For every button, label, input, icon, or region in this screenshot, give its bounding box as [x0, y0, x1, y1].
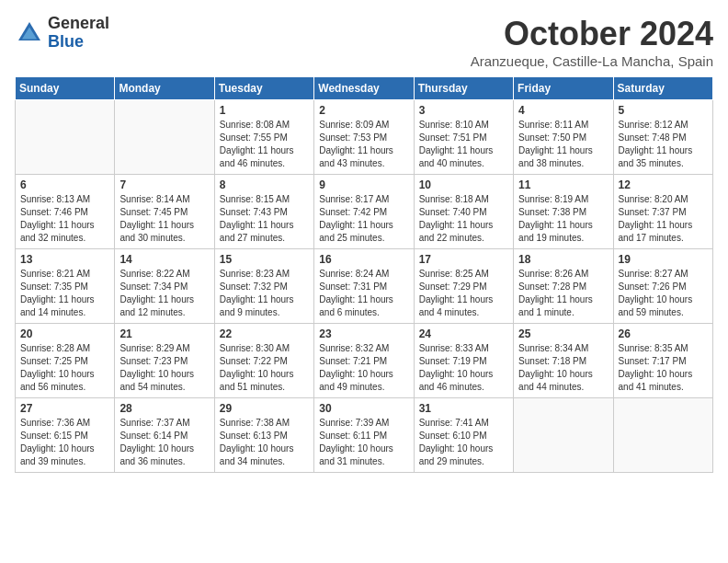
cell-content: Sunrise: 8:12 AMSunset: 7:48 PMDaylight:…: [619, 119, 708, 170]
sunrise-text: Sunrise: 8:17 AM: [319, 193, 408, 206]
cell-content: Sunrise: 7:41 AMSunset: 6:10 PMDaylight:…: [419, 417, 508, 468]
cell-content: Sunrise: 8:27 AMSunset: 7:26 PMDaylight:…: [619, 268, 708, 319]
calendar-cell: [16, 100, 115, 175]
day-number: 28: [119, 402, 209, 415]
cell-content: Sunrise: 8:11 AMSunset: 7:50 PMDaylight:…: [518, 119, 608, 170]
cell-content: Sunrise: 8:30 AMSunset: 7:22 PMDaylight:…: [220, 342, 309, 394]
calendar-cell: 5Sunrise: 8:12 AMSunset: 7:48 PMDaylight…: [613, 100, 712, 175]
calendar-cell: 24Sunrise: 8:33 AMSunset: 7:19 PMDayligh…: [414, 324, 513, 398]
calendar-cell: 10Sunrise: 8:18 AMSunset: 7:40 PMDayligh…: [414, 175, 513, 249]
sunset-text: Sunset: 7:48 PM: [619, 132, 708, 144]
day-number: 10: [419, 178, 508, 191]
month-title: October 2024: [471, 15, 713, 53]
cell-content: Sunrise: 8:13 AMSunset: 7:46 PMDaylight:…: [20, 193, 109, 245]
daylight-text: Daylight: 10 hours and 49 minutes.: [319, 368, 408, 394]
sunset-text: Sunset: 7:26 PM: [619, 281, 708, 293]
calendar-cell: 3Sunrise: 8:10 AMSunset: 7:51 PMDaylight…: [414, 100, 513, 175]
calendar-cell: 12Sunrise: 8:20 AMSunset: 7:37 PMDayligh…: [613, 175, 712, 249]
cell-content: Sunrise: 8:21 AMSunset: 7:35 PMDaylight:…: [20, 268, 109, 319]
cell-content: Sunrise: 8:28 AMSunset: 7:25 PMDaylight:…: [20, 342, 109, 394]
sunset-text: Sunset: 7:40 PM: [419, 206, 508, 219]
day-number: 15: [220, 253, 309, 266]
cell-content: Sunrise: 7:38 AMSunset: 6:13 PMDaylight:…: [220, 417, 309, 468]
day-number: 31: [419, 402, 508, 415]
cell-content: Sunrise: 8:33 AMSunset: 7:19 PMDaylight:…: [419, 342, 508, 394]
day-number: 30: [319, 402, 408, 415]
calendar-cell: 22Sunrise: 8:30 AMSunset: 7:22 PMDayligh…: [214, 324, 313, 398]
sunset-text: Sunset: 7:25 PM: [20, 355, 109, 368]
calendar-table: SundayMondayTuesdayWednesdayThursdayFrid…: [15, 76, 713, 473]
sunrise-text: Sunrise: 7:39 AM: [319, 417, 408, 430]
cell-content: Sunrise: 8:08 AMSunset: 7:55 PMDaylight:…: [220, 119, 309, 170]
day-number: 20: [20, 327, 109, 340]
calendar-cell: 30Sunrise: 7:39 AMSunset: 6:11 PMDayligh…: [314, 398, 414, 473]
day-number: 7: [119, 178, 209, 191]
sunset-text: Sunset: 7:53 PM: [319, 132, 408, 144]
sunrise-text: Sunrise: 8:12 AM: [619, 119, 708, 132]
sunrise-text: Sunrise: 8:09 AM: [319, 119, 408, 132]
calendar-cell: 27Sunrise: 7:36 AMSunset: 6:15 PMDayligh…: [16, 398, 115, 473]
title-block: October 2024 Aranzueque, Castille-La Man…: [471, 15, 713, 69]
sunset-text: Sunset: 7:23 PM: [119, 355, 209, 368]
sunset-text: Sunset: 7:42 PM: [319, 206, 408, 219]
sunrise-text: Sunrise: 8:25 AM: [419, 268, 508, 281]
sunrise-text: Sunrise: 7:37 AM: [119, 417, 209, 430]
sunrise-text: Sunrise: 8:26 AM: [518, 268, 608, 281]
cell-content: Sunrise: 8:35 AMSunset: 7:17 PMDaylight:…: [619, 342, 708, 394]
day-header-thursday: Thursday: [414, 77, 513, 100]
calendar-cell: 16Sunrise: 8:24 AMSunset: 7:31 PMDayligh…: [314, 249, 414, 324]
day-number: 29: [220, 402, 309, 415]
calendar-cell: 9Sunrise: 8:17 AMSunset: 7:42 PMDaylight…: [314, 175, 414, 249]
sunrise-text: Sunrise: 8:21 AM: [20, 268, 109, 281]
calendar-cell: 31Sunrise: 7:41 AMSunset: 6:10 PMDayligh…: [414, 398, 513, 473]
calendar-cell: [115, 100, 214, 175]
calendar-cell: 19Sunrise: 8:27 AMSunset: 7:26 PMDayligh…: [613, 249, 712, 324]
calendar-cell: 4Sunrise: 8:11 AMSunset: 7:50 PMDaylight…: [514, 100, 613, 175]
day-number: 14: [119, 253, 209, 266]
logo-text: General Blue: [48, 15, 109, 52]
daylight-text: Daylight: 10 hours and 56 minutes.: [20, 368, 109, 394]
day-number: 6: [20, 178, 109, 191]
day-number: 2: [319, 104, 408, 117]
daylight-text: Daylight: 10 hours and 34 minutes.: [220, 442, 309, 468]
sunrise-text: Sunrise: 8:18 AM: [419, 193, 508, 206]
cell-content: Sunrise: 8:19 AMSunset: 7:38 PMDaylight:…: [518, 193, 608, 245]
sunrise-text: Sunrise: 8:20 AM: [619, 193, 708, 206]
daylight-text: Daylight: 10 hours and 44 minutes.: [518, 368, 608, 394]
day-number: 17: [419, 253, 508, 266]
daylight-text: Daylight: 11 hours and 22 minutes.: [419, 219, 508, 245]
daylight-text: Daylight: 10 hours and 29 minutes.: [419, 442, 508, 468]
day-number: 25: [518, 327, 608, 340]
calendar-cell: [613, 398, 712, 473]
sunset-text: Sunset: 7:55 PM: [220, 132, 309, 144]
sunset-text: Sunset: 7:46 PM: [20, 206, 109, 219]
sunset-text: Sunset: 7:34 PM: [119, 281, 209, 293]
calendar-cell: 21Sunrise: 8:29 AMSunset: 7:23 PMDayligh…: [115, 324, 214, 398]
calendar-cell: 25Sunrise: 8:34 AMSunset: 7:18 PMDayligh…: [514, 324, 613, 398]
calendar-cell: 8Sunrise: 8:15 AMSunset: 7:43 PMDaylight…: [214, 175, 313, 249]
cell-content: Sunrise: 8:09 AMSunset: 7:53 PMDaylight:…: [319, 119, 408, 170]
daylight-text: Daylight: 11 hours and 38 minutes.: [518, 144, 608, 170]
cell-content: Sunrise: 8:18 AMSunset: 7:40 PMDaylight:…: [419, 193, 508, 245]
day-header-friday: Friday: [514, 77, 613, 100]
daylight-text: Daylight: 10 hours and 31 minutes.: [319, 442, 408, 468]
daylight-text: Daylight: 11 hours and 32 minutes.: [20, 219, 109, 245]
day-number: 27: [20, 402, 109, 415]
sunset-text: Sunset: 6:15 PM: [20, 430, 109, 442]
sunset-text: Sunset: 7:32 PM: [220, 281, 309, 293]
sunset-text: Sunset: 6:10 PM: [419, 430, 508, 442]
cell-content: Sunrise: 8:34 AMSunset: 7:18 PMDaylight:…: [518, 342, 608, 394]
sunrise-text: Sunrise: 8:27 AM: [619, 268, 708, 281]
day-number: 4: [518, 104, 608, 117]
sunset-text: Sunset: 6:11 PM: [319, 430, 408, 442]
daylight-text: Daylight: 10 hours and 51 minutes.: [220, 368, 309, 394]
cell-content: Sunrise: 8:24 AMSunset: 7:31 PMDaylight:…: [319, 268, 408, 319]
sunrise-text: Sunrise: 8:28 AM: [20, 342, 109, 355]
calendar-cell: 26Sunrise: 8:35 AMSunset: 7:17 PMDayligh…: [613, 324, 712, 398]
day-number: 3: [419, 104, 508, 117]
calendar-cell: 17Sunrise: 8:25 AMSunset: 7:29 PMDayligh…: [414, 249, 513, 324]
calendar-cell: 6Sunrise: 8:13 AMSunset: 7:46 PMDaylight…: [16, 175, 115, 249]
calendar-cell: 2Sunrise: 8:09 AMSunset: 7:53 PMDaylight…: [314, 100, 414, 175]
day-number: 23: [319, 327, 408, 340]
sunrise-text: Sunrise: 8:11 AM: [518, 119, 608, 132]
